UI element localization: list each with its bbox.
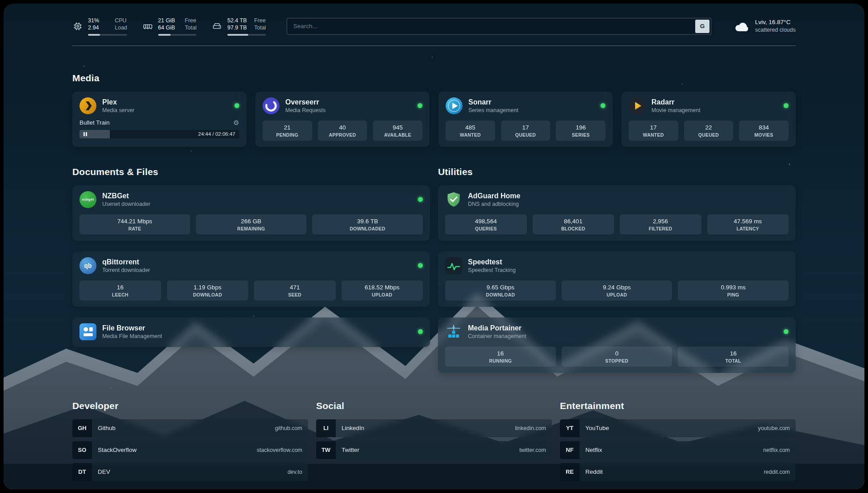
stat-label: SEED [256, 292, 334, 297]
stat-value: 16 [81, 284, 159, 291]
stat-value: 86,401 [534, 218, 613, 225]
stat-value: 17 [503, 124, 549, 131]
link-stackoverflow[interactable]: SO StackOverflow stackoverflow.com [72, 441, 308, 459]
link-name: StackOverflow [98, 447, 137, 453]
status-dot [418, 197, 423, 202]
cpu-icon [72, 21, 83, 32]
stat-label: REMAINING [198, 226, 305, 231]
stat-value: 47.569 ms [709, 218, 787, 225]
stat-box: 16 RUNNING [445, 347, 556, 367]
link-name: YouTube [585, 425, 609, 431]
nzbget-icon-text: nzbget [82, 197, 94, 201]
filebrowser-card[interactable]: File Browser Media File Management [72, 318, 430, 347]
stat-box: 196 SERIES [556, 121, 605, 141]
stat-box: 0.993 ms PING [678, 280, 789, 301]
app-subtitle: Media File Management [102, 333, 162, 339]
link-youtube[interactable]: YT YouTube youtube.com [560, 419, 796, 437]
ram-total: 64 GiB [158, 24, 179, 31]
stat-box: 9.24 Gbps UPLOAD [562, 280, 672, 301]
stat-label: WANTED [630, 132, 676, 138]
filebrowser-icon [79, 323, 96, 340]
search-input[interactable] [287, 18, 711, 35]
plex-card[interactable]: Plex Media server Bullet Train ⚙ 24:44 /… [72, 92, 246, 147]
stat-label: QUEUED [503, 132, 549, 138]
speedtest-icon [445, 257, 462, 274]
system-stats: 31% 2.94 CPU Load [72, 17, 266, 36]
disk-free: 52.4 TB [227, 17, 248, 24]
overseerr-card[interactable]: Overseerr Media Requests 21 PENDING 40 A… [255, 92, 430, 147]
link-url: linkedin.com [515, 425, 546, 431]
stat-label: DOWNLOAD [169, 292, 247, 297]
speedtest-card[interactable]: Speedtest Speedtest Tracking 9.65 Gbps D… [438, 251, 796, 307]
link-dev[interactable]: DT DEV dev.to [72, 463, 308, 481]
link-reddit[interactable]: RE Reddit reddit.com [560, 463, 796, 481]
section-social: Social LI LinkedIn linkedin.com TW Twitt… [316, 401, 552, 485]
app-subtitle: DNS and adblocking [468, 201, 520, 207]
radarr-card[interactable]: Radarr Movie management 17 WANTED 22 QUE… [622, 92, 796, 147]
stat-label: DOWNLOAD [447, 292, 554, 297]
link-url: github.com [275, 425, 302, 431]
sonarr-card[interactable]: Sonarr Series management 485 WANTED 17 Q… [438, 92, 613, 147]
status-dot [418, 329, 423, 334]
reddit-icon: RE [560, 463, 580, 481]
nzbget-card[interactable]: nzbget NZBGet Usenet downloader 744.21 M… [72, 185, 430, 241]
stat-box: 945 AVAILABLE [373, 121, 422, 141]
stat-label: QUERIES [447, 226, 525, 231]
stat-label: TOTAL [680, 358, 787, 363]
section-media: Media Plex Media server [72, 73, 796, 147]
disk-label-top: Free [254, 17, 266, 24]
app-name: Speedtest [468, 258, 516, 266]
ram-progress-track [158, 34, 196, 36]
disk-label-bottom: Total [254, 24, 266, 31]
ram-label-top: Free [185, 17, 196, 24]
portainer-card[interactable]: Media Portainer Container management 16 … [438, 318, 796, 373]
cpu-percent: 31% [88, 17, 108, 24]
weather-location: Lviv, 16.87°C [755, 18, 796, 26]
ram-icon [142, 21, 153, 32]
app-subtitle: Movie management [651, 107, 701, 113]
nzbget-icon: nzbget [79, 191, 96, 208]
qbittorrent-icon: qb [79, 257, 96, 274]
cpu-progress-fill [88, 34, 100, 36]
stat-value: 498,564 [447, 218, 525, 225]
link-linkedin[interactable]: LI LinkedIn linkedin.com [316, 419, 552, 437]
link-twitter[interactable]: TW Twitter twitter.com [316, 441, 552, 459]
section-title-documents: Documents & Files [72, 167, 430, 177]
link-github[interactable]: GH Github github.com [72, 419, 308, 437]
stat-label: RUNNING [447, 358, 554, 363]
header-divider [72, 46, 796, 46]
section-title-entertainment: Entertainment [560, 401, 796, 411]
stat-label: UPLOAD [343, 292, 421, 297]
youtube-icon: YT [560, 419, 580, 437]
settings-gear-icon[interactable]: ⚙ [234, 119, 239, 126]
stat-value: 17 [630, 124, 676, 131]
search-engine-button[interactable]: G [695, 20, 709, 33]
adguard-card[interactable]: AdGuard Home DNS and adblocking 498,564 … [438, 185, 796, 241]
stat-value: 834 [741, 124, 787, 131]
linkedin-icon: LI [316, 419, 336, 437]
netflix-icon: NF [560, 441, 580, 459]
cpu-load: 2.94 [88, 24, 108, 31]
link-url: dev.to [288, 469, 302, 475]
link-url: stackoverflow.com [257, 447, 302, 453]
github-icon: GH [72, 419, 92, 437]
twitter-icon: TW [316, 441, 336, 459]
section-developer: Developer GH Github github.com SO StackO… [72, 401, 308, 485]
section-utilities: Utilities AdGuard Home DNS and adblockin… [438, 167, 796, 373]
link-netflix[interactable]: NF Netflix netflix.com [560, 441, 796, 459]
stat-value: 1.19 Gbps [169, 284, 247, 291]
ram-stat: 21 GiB 64 GiB Free Total [142, 17, 196, 36]
stat-box: 471 SEED [254, 280, 336, 301]
stat-box: 16 TOTAL [678, 347, 789, 367]
app-subtitle: Container management [468, 333, 526, 339]
qbittorrent-card[interactable]: qb qBittorrent Torrent downloader 16 LEE… [72, 251, 430, 307]
link-url: reddit.com [764, 469, 790, 475]
stat-label: MOVIES [741, 132, 787, 138]
stat-box: 498,564 QUERIES [445, 214, 527, 234]
stat-value: 9.65 Gbps [447, 284, 554, 291]
app-subtitle: Series management [468, 107, 518, 113]
playback-bar[interactable]: 24:44 / 02:06:47 [79, 130, 239, 138]
link-name: Github [98, 425, 116, 431]
pause-icon[interactable] [83, 132, 87, 136]
stat-box: 744.21 Mbps RATE [79, 214, 190, 234]
